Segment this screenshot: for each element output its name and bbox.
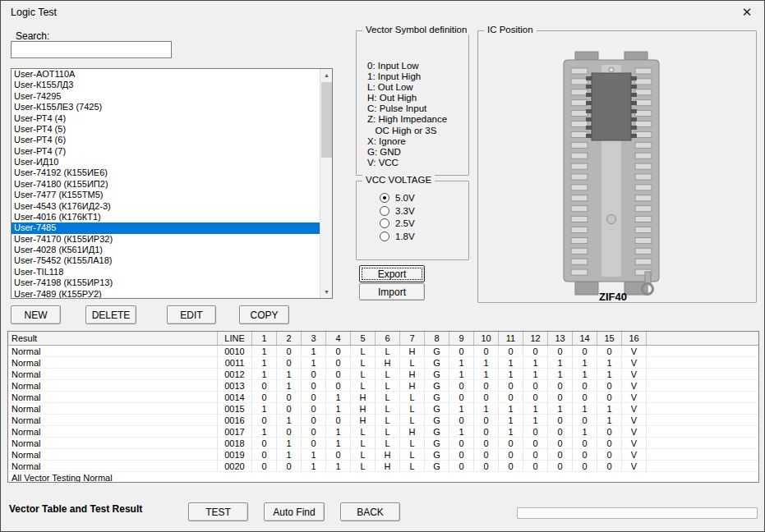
table-cell: 1 bbox=[326, 392, 351, 402]
table-row[interactable]: Normal00101010LLHG0000000V bbox=[8, 346, 758, 357]
table-column-header[interactable]: 2 bbox=[277, 332, 302, 345]
list-item[interactable]: User-4543 (К176ИД2-3) bbox=[12, 201, 320, 212]
vcc-option[interactable]: 5.0V bbox=[380, 191, 465, 204]
table-column-header[interactable]: 1 bbox=[252, 332, 277, 345]
table-cell: 0 bbox=[597, 346, 622, 356]
list-item[interactable]: User-К155ЛЕ3 (7425) bbox=[12, 102, 320, 112]
import-button[interactable]: Import bbox=[359, 283, 425, 300]
vector-symbol-title: Vector Symbol definition bbox=[362, 25, 470, 34]
table-cell: 0 bbox=[277, 346, 302, 356]
table-cell: L bbox=[351, 438, 376, 448]
delete-button[interactable]: DELETE bbox=[85, 305, 136, 324]
table-cell: Normal bbox=[8, 461, 218, 471]
table-column-header[interactable]: 10 bbox=[474, 332, 499, 345]
table-cell: 1 bbox=[573, 426, 597, 437]
table-column-header[interactable]: LINE bbox=[218, 332, 252, 345]
list-item[interactable]: User-75452 (К155ЛА18) bbox=[12, 255, 320, 266]
table-cell bbox=[647, 415, 758, 425]
table-cell: 0016 bbox=[218, 415, 252, 425]
table-column-header[interactable]: 3 bbox=[302, 332, 326, 345]
list-item[interactable]: User-4028 (К561ИД1) bbox=[12, 245, 320, 255]
table-column-header[interactable]: 7 bbox=[400, 332, 425, 345]
table-row[interactable]: Normal00200011LHLG0000000V bbox=[8, 461, 758, 472]
table-row[interactable]: Normal00140001HLLG0000000V bbox=[8, 392, 758, 403]
table-cell: 1 bbox=[252, 426, 277, 437]
table-column-header[interactable]: 6 bbox=[376, 332, 400, 345]
list-item[interactable]: User-ИД10 bbox=[12, 157, 320, 167]
back-button[interactable]: BACK bbox=[340, 502, 400, 521]
scroll-down-icon[interactable]: ▼ bbox=[320, 286, 333, 298]
table-cell: 1 bbox=[302, 449, 326, 460]
list-scrollbar[interactable]: ▲ ▼ bbox=[320, 69, 332, 298]
list-item[interactable]: User-TIL118 bbox=[12, 267, 320, 277]
table-column-header[interactable]: 13 bbox=[548, 332, 573, 345]
table-column-header[interactable]: 9 bbox=[449, 332, 474, 345]
list-item[interactable]: User-К155ЛД3 bbox=[12, 80, 320, 90]
ic-position-title: IC Position bbox=[484, 25, 537, 34]
search-input[interactable] bbox=[11, 41, 172, 58]
list-item[interactable]: User-РТ4 (7) bbox=[12, 146, 320, 157]
vcc-option[interactable]: 2.5V bbox=[380, 218, 465, 231]
list-item[interactable]: User-74192 (К155ИЕ6) bbox=[12, 167, 320, 178]
edit-button[interactable]: EDIT bbox=[167, 305, 216, 324]
list-item[interactable]: User-AOT110A bbox=[12, 69, 320, 80]
list-item[interactable]: User-74170 (К155ИР32) bbox=[12, 234, 320, 245]
table-cell: G bbox=[425, 380, 449, 391]
table-cell: L bbox=[376, 380, 400, 391]
scroll-thumb[interactable] bbox=[321, 82, 332, 158]
table-column-header[interactable]: 11 bbox=[499, 332, 523, 345]
list-item[interactable]: User-74198 (К155ИР13) bbox=[12, 277, 320, 288]
table-cell: G bbox=[425, 357, 449, 368]
table-cell: 0014 bbox=[218, 392, 252, 402]
auto-find-button[interactable]: Auto Find bbox=[264, 502, 325, 521]
table-cell: 0013 bbox=[218, 380, 252, 391]
list-item[interactable]: User-74295 bbox=[12, 91, 320, 102]
new-button[interactable]: NEW bbox=[11, 305, 61, 324]
list-item[interactable]: User-7485 bbox=[12, 222, 320, 233]
table-column-header[interactable]: 5 bbox=[351, 332, 376, 345]
scroll-up-icon[interactable]: ▲ bbox=[320, 69, 333, 81]
vcc-option[interactable]: 3.3V bbox=[380, 204, 465, 218]
table-cell: 1 bbox=[449, 369, 474, 379]
table-column-header[interactable]: 16 bbox=[622, 332, 647, 345]
vector-symbol-line: V: VCC bbox=[367, 158, 465, 168]
table-row[interactable]: Normal00130100LLHG0000000V bbox=[8, 380, 758, 392]
vcc-option[interactable]: 1.8V bbox=[380, 230, 465, 243]
table-cell: L bbox=[376, 438, 400, 448]
table-cell: 0 bbox=[449, 392, 474, 402]
table-column-header[interactable]: 8 bbox=[425, 332, 449, 345]
table-cell: 0 bbox=[474, 346, 499, 356]
table-cell: 0 bbox=[548, 461, 573, 471]
table-cell: 0 bbox=[499, 449, 523, 460]
table-row[interactable]: Normal00111010LHLG1111111V bbox=[8, 357, 758, 369]
table-cell: 1 bbox=[523, 403, 548, 414]
table-cell: 0 bbox=[597, 392, 622, 402]
table-cell: 1 bbox=[449, 426, 474, 437]
export-button[interactable]: Export bbox=[359, 265, 425, 282]
table-row[interactable]: Normal00151001HLLG1111111V bbox=[8, 403, 758, 415]
test-button[interactable]: TEST bbox=[188, 502, 248, 521]
list-item[interactable]: User-РТ4 (4) bbox=[12, 113, 320, 124]
table-row[interactable]: Normal00121100LLHG1111111V bbox=[8, 369, 758, 380]
list-item[interactable]: User-4016 (К176КТ1) bbox=[12, 212, 320, 222]
table-column-header[interactable]: 15 bbox=[597, 332, 622, 345]
table-cell: 0 bbox=[573, 392, 597, 402]
list-item[interactable]: User-РТ4 (5) bbox=[12, 124, 320, 135]
table-row[interactable]: Normal00171001LLHG1010010V bbox=[8, 426, 758, 438]
list-item[interactable]: User-74180 (К155ИП2) bbox=[12, 179, 320, 190]
table-column-header[interactable]: 12 bbox=[523, 332, 548, 345]
table-row[interactable]: Normal00160100HLLG0011001V bbox=[8, 415, 758, 426]
device-list-items: User-AOT110AUser-К155ЛД3User-74295User-К… bbox=[12, 69, 320, 298]
table-cell: Normal bbox=[8, 438, 218, 448]
table-column-header[interactable]: Result bbox=[8, 332, 218, 345]
table-cell: 1 bbox=[523, 369, 548, 379]
table-row[interactable]: Normal00190110LHLG0000000V bbox=[8, 449, 758, 461]
list-item[interactable]: User-РТ4 (6) bbox=[12, 135, 320, 145]
table-column-header[interactable]: 4 bbox=[326, 332, 351, 345]
close-icon[interactable]: ✕ bbox=[733, 2, 761, 23]
list-item[interactable]: User-7489 (К155РУ2) bbox=[12, 289, 320, 300]
list-item[interactable]: User-7477 (К155ТМ5) bbox=[12, 190, 320, 200]
copy-button[interactable]: COPY bbox=[239, 305, 289, 324]
table-row[interactable]: Normal00180101LLLG0000000V bbox=[8, 438, 758, 449]
table-column-header[interactable]: 14 bbox=[573, 332, 597, 345]
